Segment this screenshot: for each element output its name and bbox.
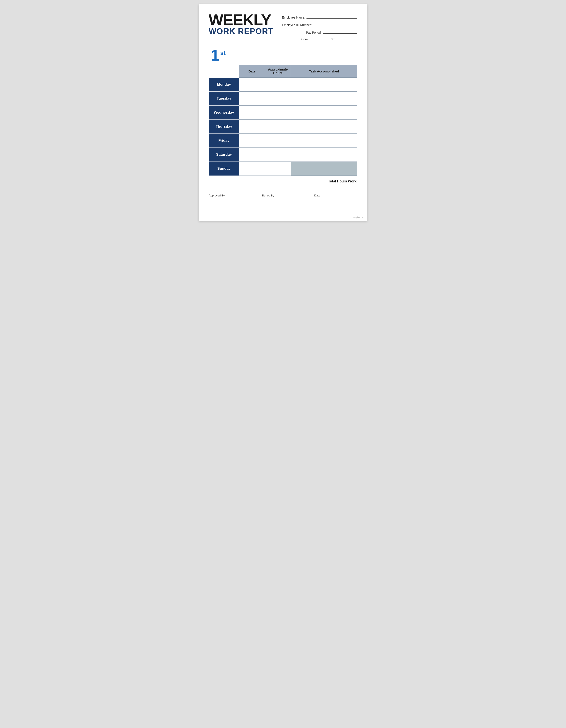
- hours-cell-sunday[interactable]: [265, 162, 291, 176]
- day-cell-tuesday: Tuesday: [209, 92, 239, 106]
- week-number: 1 st: [209, 47, 357, 63]
- task-cell-thursday[interactable]: [291, 120, 357, 134]
- week-num-large: 1: [211, 47, 220, 63]
- from-to-row: From: To:: [282, 36, 357, 41]
- hours-cell-tuesday[interactable]: [265, 92, 291, 106]
- pay-period-label: Pay Period:: [306, 31, 321, 34]
- employee-id-input[interactable]: [313, 22, 357, 26]
- week-num-suffix: st: [220, 50, 226, 56]
- to-input[interactable]: [337, 36, 356, 40]
- employee-id-label: Employee ID Number:: [282, 23, 312, 27]
- day-cell-wednesday: Wednesday: [209, 106, 239, 120]
- date-cell-monday[interactable]: [239, 78, 265, 92]
- form-fields: Employee Name: Employee ID Number: Pay P…: [282, 13, 357, 41]
- watermark: Template.net: [352, 216, 363, 218]
- employee-name-label: Employee Name:: [282, 16, 305, 19]
- signature-section: Approved By Signed By Date: [209, 192, 357, 197]
- date-cell-tuesday[interactable]: [239, 92, 265, 106]
- table-row: Thursday: [209, 120, 357, 134]
- date-cell-saturday[interactable]: [239, 148, 265, 162]
- hours-cell-thursday[interactable]: [265, 120, 291, 134]
- task-cell-tuesday[interactable]: [291, 92, 357, 106]
- date-cell-wednesday[interactable]: [239, 106, 265, 120]
- table-row: Saturday: [209, 148, 357, 162]
- pay-period-input[interactable]: [323, 30, 357, 34]
- total-hours-row: Total Hours Work: [209, 179, 357, 183]
- title-work-report: WORK REPORT: [209, 27, 273, 36]
- date-cell-sunday[interactable]: [239, 162, 265, 176]
- task-cell-friday[interactable]: [291, 134, 357, 148]
- report-table: Date ApproximateHours Task Accomplished …: [209, 65, 357, 176]
- day-column-header: [209, 65, 239, 78]
- date-cell-friday[interactable]: [239, 134, 265, 148]
- date-cell-thursday[interactable]: [239, 120, 265, 134]
- day-cell-sunday: Sunday: [209, 162, 239, 176]
- task-cell-wednesday[interactable]: [291, 106, 357, 120]
- signed-by-block: Signed By: [262, 192, 304, 197]
- hours-cell-wednesday[interactable]: [265, 106, 291, 120]
- page: WEEKLY WORK REPORT Employee Name: Employ…: [199, 4, 367, 221]
- title-weekly: WEEKLY: [209, 13, 273, 27]
- task-column-header: Task Accomplished: [291, 65, 357, 78]
- to-label: To:: [331, 38, 335, 41]
- day-cell-monday: Monday: [209, 78, 239, 92]
- table-row: Sunday: [209, 162, 357, 176]
- hours-cell-monday[interactable]: [265, 78, 291, 92]
- header: WEEKLY WORK REPORT Employee Name: Employ…: [209, 13, 357, 41]
- title-block: WEEKLY WORK REPORT: [209, 13, 273, 36]
- task-cell-sunday[interactable]: [291, 162, 357, 176]
- day-cell-thursday: Thursday: [209, 120, 239, 134]
- task-cell-monday[interactable]: [291, 78, 357, 92]
- employee-id-row: Employee ID Number:: [282, 22, 357, 27]
- date-label: Date: [314, 194, 357, 197]
- hours-cell-saturday[interactable]: [265, 148, 291, 162]
- signed-by-label: Signed By: [262, 194, 304, 197]
- approved-by-label: Approved By: [209, 194, 252, 197]
- approved-by-block: Approved By: [209, 192, 252, 197]
- total-hours-label: Total Hours Work: [328, 179, 356, 183]
- from-label: From:: [301, 38, 308, 41]
- day-cell-friday: Friday: [209, 134, 239, 148]
- table-row: Tuesday: [209, 92, 357, 106]
- pay-period-row: Pay Period:: [282, 30, 357, 34]
- employee-name-row: Employee Name:: [282, 15, 357, 19]
- hours-cell-friday[interactable]: [265, 134, 291, 148]
- date-column-header: Date: [239, 65, 265, 78]
- date-block: Date: [314, 192, 357, 197]
- table-row: Monday: [209, 78, 357, 92]
- table-row: Friday: [209, 134, 357, 148]
- table-row: Wednesday: [209, 106, 357, 120]
- day-cell-saturday: Saturday: [209, 148, 239, 162]
- from-input[interactable]: [310, 36, 330, 40]
- hours-column-header: ApproximateHours: [265, 65, 291, 78]
- employee-name-input[interactable]: [306, 15, 357, 19]
- task-cell-saturday[interactable]: [291, 148, 357, 162]
